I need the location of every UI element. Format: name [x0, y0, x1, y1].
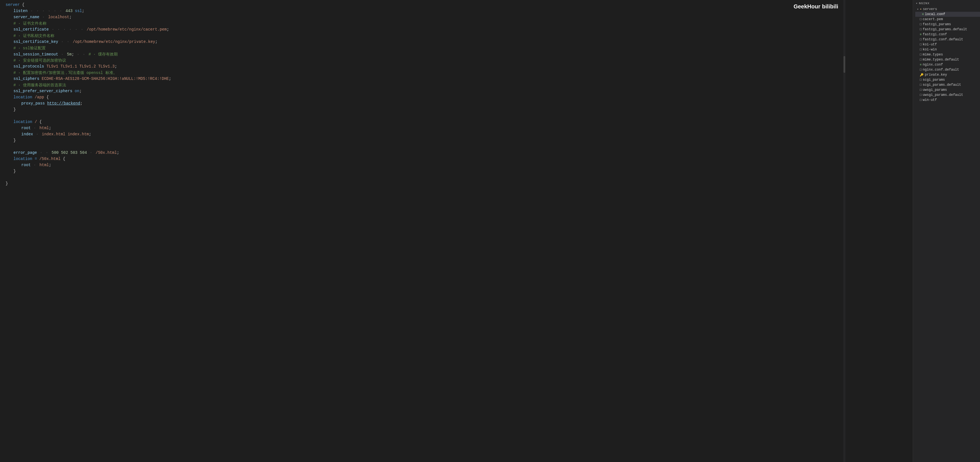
code-line: # · 安全链接可选的加密协议 [0, 58, 913, 64]
sidebar-item-label: koi-win [923, 48, 937, 52]
scrollbar-thumb[interactable] [843, 56, 845, 73]
sidebar-item-local-conf[interactable]: ≡ local.conf [915, 12, 980, 17]
code-line: server { [0, 2, 913, 8]
sidebar-item-label: win-utf [923, 98, 937, 102]
file-icon: □ [920, 23, 922, 26]
conf-icon: ≡ [922, 13, 924, 16]
code-line: # · 证书私钥文件名称 [0, 33, 913, 39]
folder-icon: ▪ [920, 7, 922, 11]
bili-logo: bilibili [822, 3, 838, 10]
sidebar-item-fastcgi-conf-default[interactable]: □ fastcgi.conf.default [913, 37, 980, 42]
sidebar-item-uwsgi-params-default[interactable]: □ uwsgi_params.default [913, 92, 980, 97]
sidebar-nginx-header[interactable]: ▾ NGINX [913, 0, 980, 7]
sidebar-item-scgi-params-default[interactable]: □ scgi_params.default [913, 83, 980, 87]
file-icon: □ [920, 93, 922, 97]
scrollbar[interactable] [843, 0, 845, 462]
code-line: root · html; [0, 125, 913, 132]
sidebar-item-label: fastcgi_params.default [923, 27, 967, 32]
sidebar-item-nginx-conf-default[interactable]: □ nginx.conf.default [913, 67, 980, 72]
sidebar-item-cacert[interactable]: □ cacert.pem [913, 17, 980, 22]
sidebar-item-label: fastcgi_params [923, 22, 951, 26]
sidebar-files: □ cacert.pem □ fastcgi_params □ fastcgi_… [913, 17, 980, 103]
file-icon: □ [920, 78, 922, 81]
code-line: proxy_pass http://backend; [0, 101, 913, 107]
file-icon: □ [920, 48, 922, 51]
code-line: } [0, 107, 913, 113]
sidebar-section-label: NGINX [919, 2, 929, 5]
sidebar-item-label: uwsgi_params.default [923, 93, 963, 97]
file-icon: □ [920, 17, 922, 21]
sidebar-item-label: scgi_params.default [923, 83, 961, 87]
code-line: location = /50x.html { [0, 156, 913, 162]
sidebar-item-nginx-conf[interactable]: ≡ nginx.conf [913, 62, 980, 67]
chevron-down-icon: ▾ [916, 2, 918, 5]
sidebar-item-label: uwsgi_params [923, 88, 947, 92]
code-line: } [0, 169, 913, 175]
sidebar-item-label: nginx.conf [923, 63, 943, 67]
code-line: index · index.html index.htm; [0, 132, 913, 138]
sidebar-item-label: cacert.pem [923, 17, 943, 21]
code-line: } [0, 181, 913, 187]
code-line: location / { [0, 119, 913, 125]
editor-area: GeekHour bilibili server { listen · · · … [0, 0, 913, 462]
watermark-area: GeekHour bilibili [789, 1, 843, 12]
sidebar-section: ▾ ▪ servers ≡ local.conf [913, 7, 980, 17]
code-line: ssl_prefer_server_ciphers on; [0, 89, 913, 95]
sidebar-folder-label: servers [923, 7, 937, 11]
sidebar-item-label: private.key [925, 73, 947, 77]
sidebar-item-koi-win[interactable]: □ koi-win [913, 47, 980, 52]
sidebar: ▾ NGINX ▾ ▪ servers ≡ local.conf □ cacer… [913, 0, 980, 462]
code-line: ssl_ciphers ECDHE-RSA-AES128-GCM-SHA256:… [0, 76, 913, 83]
code-line: ssl_session_timeout · 5m; · · # · 缓存有效期 [0, 52, 913, 58]
sidebar-item-win-utf[interactable]: □ win-utf [913, 97, 980, 103]
file-icon: □ [920, 98, 922, 102]
sidebar-item-label: nginx.conf.default [923, 68, 959, 72]
file-icon: □ [920, 58, 922, 61]
sidebar-item-label: koi-utf [923, 43, 937, 46]
sidebar-item-label: local.conf [925, 12, 945, 16]
file-icon: □ [920, 53, 922, 56]
sidebar-folder-servers[interactable]: ▾ ▪ servers [915, 7, 980, 12]
code-line: } [0, 138, 913, 144]
file-icon: □ [920, 43, 922, 46]
sidebar-item-fastcgi-params-default[interactable]: □ fastcgi_params.default [913, 27, 980, 32]
sidebar-item-label: fastcgi.conf.default [923, 38, 963, 41]
sidebar-item-label: mime.types.default [923, 58, 959, 62]
sidebar-item-mime-types[interactable]: □ mime.types [913, 52, 980, 57]
file-icon: □ [920, 68, 922, 71]
sidebar-item-label: mime.types [923, 53, 943, 57]
chevron-down-icon: ▾ [917, 8, 919, 11]
code-line: location /app { [0, 95, 913, 101]
code-line: ssl_certificate · · · · · · /opt/homebre… [0, 27, 913, 33]
sidebar-item-uwsgi-params[interactable]: □ uwsgi_params [913, 87, 980, 92]
sidebar-item-private-key[interactable]: 🔑 private.key [913, 72, 980, 77]
conf-icon: ≡ [920, 63, 922, 67]
code-line: # · 证书文件名称 [0, 21, 913, 27]
code-line: # · ssl验证配置 [0, 45, 913, 52]
sidebar-item-koi-utf[interactable]: □ koi-utf [913, 42, 980, 47]
conf-icon: ≡ [920, 33, 922, 36]
file-icon: □ [920, 83, 922, 87]
sidebar-item-scgi-params[interactable]: □ scgi_params [913, 77, 980, 83]
sidebar-item-mime-types-default[interactable]: □ mime.types.default [913, 57, 980, 62]
code-line: # · 配置加密套件/加密算法，写法遵循 openssl 标准。 [0, 70, 913, 76]
code-line: server_name · localhost; [0, 14, 913, 21]
file-icon: □ [920, 88, 922, 92]
sidebar-item-fastcgi-params[interactable]: □ fastcgi_params [913, 22, 980, 27]
code-line: ssl_protocols TLSv1 TLSv1.1 TLSv1.2 TLSv… [0, 64, 913, 70]
code-block: server { listen · · · · · · 443 ssl; ser… [0, 2, 913, 187]
sidebar-item-label: scgi_params [923, 78, 945, 82]
code-line: ssl_certificate_key · · /opt/homebrew/et… [0, 39, 913, 45]
sidebar-item-fastcgi-conf[interactable]: ≡ fastcgi.conf [913, 32, 980, 37]
file-icon: □ [920, 28, 922, 31]
key-icon: 🔑 [920, 73, 924, 77]
code-line [0, 175, 913, 181]
code-line: error_page · · 500 502 503 504 · /50x.ht… [0, 150, 913, 156]
file-icon: □ [920, 38, 922, 41]
code-line: # · 使用服务器端的首选算法 [0, 83, 913, 89]
code-line [0, 113, 913, 119]
code-line: listen · · · · · · 443 ssl; [0, 8, 913, 14]
code-line [0, 144, 913, 150]
geek-hour-logo: GeekHour [794, 3, 821, 10]
code-line: root · html; [0, 162, 913, 169]
